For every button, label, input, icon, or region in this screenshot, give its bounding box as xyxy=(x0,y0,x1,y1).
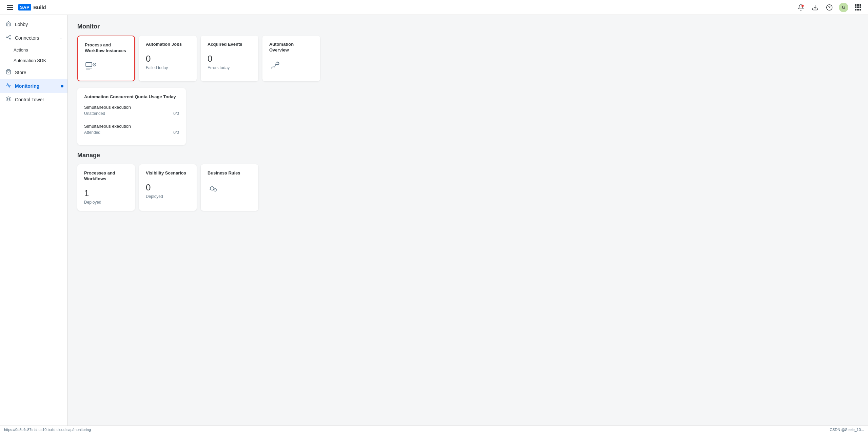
sidebar-item-lobby[interactable]: Lobby xyxy=(0,18,67,31)
quota-sub-row-1: Attended 0/0 xyxy=(84,130,179,135)
card-automation-jobs-sub: Failed today xyxy=(146,65,190,70)
manage-card-br-title: Business Rules xyxy=(208,170,252,176)
sidebar-label-monitoring: Monitoring xyxy=(15,83,39,89)
manage-cards-row: Processes and Workflows 1 Deployed Visib… xyxy=(77,164,859,211)
sidebar-label-actions: Actions xyxy=(14,47,28,53)
card-acquired-events-value: 0 xyxy=(208,54,252,64)
card-process-workflow-title: Process and Workflow Instances xyxy=(85,42,127,54)
manage-card-pw-title: Processes and Workflows xyxy=(84,170,128,182)
card-acquired-events-title: Acquired Events xyxy=(208,42,252,47)
card-process-workflow[interactable]: Process and Workflow Instances xyxy=(77,36,135,81)
connector-icon xyxy=(5,35,12,41)
sidebar-item-automation-sdk[interactable]: Automation SDK xyxy=(0,55,67,66)
manage-card-vs-sub: Deployed xyxy=(146,194,190,199)
svg-point-4 xyxy=(6,37,7,38)
manage-card-vs-title: Visibility Scenarios xyxy=(146,170,190,176)
svg-line-7 xyxy=(7,36,10,37)
card-automation-jobs-value: 0 xyxy=(146,54,190,64)
quota-value-1: 0/0 xyxy=(173,130,179,135)
main-layout: Lobby Connectors ⌄ Actions Automation SD… xyxy=(0,15,868,426)
process-icon xyxy=(85,60,127,75)
content-area: Monitor Process and Workflow Instances xyxy=(68,15,868,426)
card-automation-overview[interactable]: Automation Overview xyxy=(262,36,320,81)
quota-label-0: Simultaneous execution xyxy=(84,105,179,110)
sap-logo[interactable]: SAP Build xyxy=(18,4,46,11)
sidebar-label-lobby: Lobby xyxy=(15,22,28,27)
download-icon[interactable] xyxy=(810,3,820,12)
manage-card-pw-value: 1 xyxy=(84,188,128,199)
header-right: G xyxy=(796,3,863,12)
hamburger-button[interactable] xyxy=(5,4,14,11)
card-automation-overview-title: Automation Overview xyxy=(269,42,313,53)
manage-card-vs-value: 0 xyxy=(146,182,190,193)
quota-row-unattended: Simultaneous execution Unattended 0/0 xyxy=(84,105,179,116)
card-acquired-events[interactable]: Acquired Events 0 Errors today xyxy=(201,36,258,81)
monitor-section: Monitor Process and Workflow Instances xyxy=(77,23,859,145)
overview-icon xyxy=(269,59,313,74)
svg-point-6 xyxy=(9,38,11,39)
quota-sub-label-0: Unattended xyxy=(84,111,105,116)
manage-card-processes-workflows[interactable]: Processes and Workflows 1 Deployed xyxy=(77,164,135,211)
manage-card-business-rules[interactable]: Business Rules xyxy=(201,164,258,211)
help-icon[interactable] xyxy=(825,3,834,12)
sidebar-label-connectors: Connectors xyxy=(15,35,39,41)
sidebar-label-store: Store xyxy=(15,70,26,75)
quota-divider xyxy=(84,120,179,120)
apps-icon[interactable] xyxy=(853,3,863,12)
svg-point-5 xyxy=(9,35,11,36)
status-url: https://0d5c4c87trial.us10.build.cloud.s… xyxy=(4,428,91,432)
monitoring-icon xyxy=(5,83,12,89)
chevron-down-icon: ⌄ xyxy=(59,36,62,40)
header-left: SAP Build xyxy=(5,4,46,11)
card-automation-jobs[interactable]: Automation Jobs 0 Failed today xyxy=(139,36,197,81)
sidebar-item-connectors[interactable]: Connectors ⌄ xyxy=(0,31,67,45)
quota-sub-row-0: Unattended 0/0 xyxy=(84,111,179,116)
sap-logo-box: SAP xyxy=(18,4,31,11)
store-icon xyxy=(5,69,12,76)
manage-card-pw-sub: Deployed xyxy=(84,200,128,205)
notifications-icon[interactable] xyxy=(796,3,806,12)
user-avatar[interactable]: G xyxy=(839,3,848,12)
quota-label-1: Simultaneous execution xyxy=(84,124,179,129)
quota-row-attended: Simultaneous execution Attended 0/0 xyxy=(84,124,179,135)
card-acquired-events-sub: Errors today xyxy=(208,65,252,70)
svg-point-2 xyxy=(827,4,832,10)
svg-line-8 xyxy=(7,37,10,39)
sidebar-item-monitoring[interactable]: Monitoring xyxy=(0,79,67,93)
quota-sub-label-1: Attended xyxy=(84,130,100,135)
sidebar-label-control-tower: Control Tower xyxy=(15,97,44,102)
status-right: CSDN @Seele_10... xyxy=(830,428,864,432)
sidebar: Lobby Connectors ⌄ Actions Automation SD… xyxy=(0,15,68,426)
status-bar: https://0d5c4c87trial.us10.build.cloud.s… xyxy=(0,426,868,433)
sidebar-item-control-tower[interactable]: Control Tower xyxy=(0,93,67,106)
manage-title: Manage xyxy=(77,152,859,159)
svg-point-14 xyxy=(210,186,214,190)
active-dot xyxy=(61,85,63,87)
app-name: Build xyxy=(33,4,46,10)
svg-rect-10 xyxy=(86,62,92,66)
monitor-title: Monitor xyxy=(77,23,859,30)
control-tower-icon xyxy=(5,96,12,103)
quota-card: Automation Concurrent Quota Usage Today … xyxy=(77,88,186,145)
manage-section: Manage Processes and Workflows 1 Deploye… xyxy=(77,152,859,211)
top-header: SAP Build xyxy=(0,0,868,15)
svg-point-0 xyxy=(802,4,804,7)
sidebar-item-actions[interactable]: Actions xyxy=(0,45,67,55)
sidebar-item-store[interactable]: Store xyxy=(0,66,67,79)
quota-value-0: 0/0 xyxy=(173,111,179,116)
manage-card-visibility-scenarios[interactable]: Visibility Scenarios 0 Deployed xyxy=(139,164,197,211)
card-automation-jobs-title: Automation Jobs xyxy=(146,42,190,47)
home-icon xyxy=(5,21,12,28)
quota-title: Automation Concurrent Quota Usage Today xyxy=(84,94,179,99)
monitor-cards-row: Process and Workflow Instances Automati xyxy=(77,36,859,81)
sidebar-label-automation-sdk: Automation SDK xyxy=(14,58,46,63)
gears-icon xyxy=(208,182,252,197)
